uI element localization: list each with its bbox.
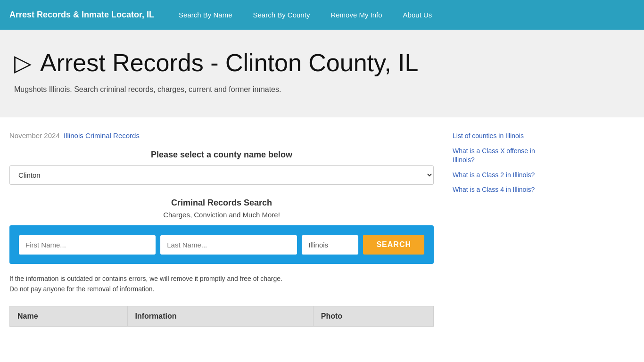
disclaimer: If the information is outdated or contai… bbox=[9, 273, 434, 295]
sidebar: List of counties in Illinois What is a C… bbox=[434, 132, 556, 327]
sidebar-link-class-2[interactable]: What is a Class 2 in Illinois? bbox=[453, 171, 556, 180]
county-section: Please select a county name below AdamsA… bbox=[9, 150, 434, 185]
nav-links: Search By Name Search By County Remove M… bbox=[168, 0, 442, 30]
results-table: Name Information Photo bbox=[9, 306, 434, 327]
hero-title-text: Arrest Records - Clinton County, IL bbox=[40, 49, 418, 77]
search-button[interactable]: SEARCH bbox=[363, 235, 424, 255]
il-criminal-records-link[interactable]: Illinois Criminal Records bbox=[64, 132, 140, 140]
first-name-input[interactable] bbox=[19, 235, 156, 255]
search-title: Criminal Records Search bbox=[9, 198, 434, 208]
hero-title: ▷ Arrest Records - Clinton County, IL bbox=[14, 49, 630, 77]
play-icon: ▷ bbox=[14, 49, 32, 76]
state-input[interactable] bbox=[302, 235, 358, 255]
hero-section: ▷ Arrest Records - Clinton County, IL Mu… bbox=[0, 30, 644, 117]
last-name-input[interactable] bbox=[160, 235, 297, 255]
col-information: Information bbox=[127, 306, 313, 326]
county-select[interactable]: AdamsAlexanderBondBooneBrownBureauCalhou… bbox=[9, 165, 434, 185]
nav-link-about-us[interactable]: About Us bbox=[393, 0, 443, 30]
county-label: Please select a county name below bbox=[9, 150, 434, 160]
hero-subtitle: Mugshots Illinois. Search criminal recor… bbox=[14, 85, 630, 94]
content-area: November 2024 Illinois Criminal Records … bbox=[9, 132, 434, 327]
search-section: Criminal Records Search Charges, Convict… bbox=[9, 198, 434, 264]
main-wrapper: November 2024 Illinois Criminal Records … bbox=[0, 117, 644, 336]
col-name: Name bbox=[10, 306, 128, 326]
col-photo: Photo bbox=[313, 306, 433, 326]
search-box: SEARCH bbox=[9, 225, 434, 264]
nav-brand[interactable]: Arrest Records & Inmate Locator, IL bbox=[9, 10, 154, 20]
nav-link-search-by-name[interactable]: Search By Name bbox=[168, 0, 242, 30]
navbar: Arrest Records & Inmate Locator, IL Sear… bbox=[0, 0, 644, 30]
date-text: November 2024 bbox=[9, 132, 60, 140]
sidebar-link-class-4[interactable]: What is a Class 4 in Illinois? bbox=[453, 185, 556, 195]
sidebar-link-list-counties[interactable]: List of counties in Illinois bbox=[453, 132, 556, 141]
search-subtitle: Charges, Conviction and Much More! bbox=[9, 211, 434, 219]
table-header-row: Name Information Photo bbox=[10, 306, 434, 326]
nav-link-remove-my-info[interactable]: Remove My Info bbox=[320, 0, 392, 30]
sidebar-link-class-x[interactable]: What is a Class X offense in Illinois? bbox=[453, 147, 556, 165]
nav-link-search-by-county[interactable]: Search By County bbox=[242, 0, 320, 30]
date-line: November 2024 Illinois Criminal Records bbox=[9, 132, 434, 140]
